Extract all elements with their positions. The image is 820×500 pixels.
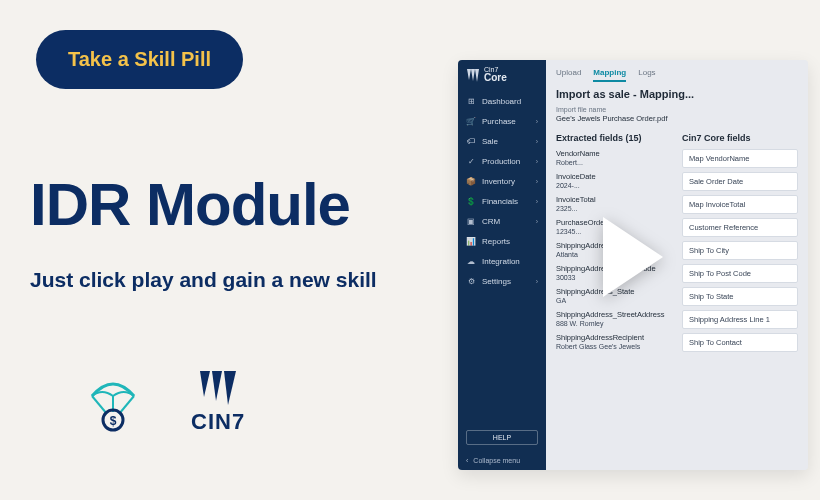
tab-bar: UploadMappingLogs: [556, 68, 798, 82]
core-field-select[interactable]: Ship To Post Code: [682, 264, 798, 283]
svg-marker-9: [471, 69, 475, 81]
extracted-value: Robert...: [556, 159, 672, 166]
extracted-field: ShippingAddressRecipientRobert Glass Gee…: [556, 333, 672, 350]
import-file-value: Gee's Jewels Purchase Order.pdf: [556, 114, 798, 123]
help-button[interactable]: HELP: [466, 430, 538, 445]
nav-label: Inventory: [482, 177, 515, 186]
nav-label: Reports: [482, 237, 510, 246]
nav-label: Sale: [482, 137, 498, 146]
svg-line-1: [119, 396, 134, 414]
chevron-right-icon: ›: [536, 158, 538, 165]
nav-item-purchase[interactable]: 🛒Purchase›: [458, 111, 546, 131]
extracted-field: VendorNameRobert...: [556, 149, 672, 166]
chevron-right-icon: ›: [536, 178, 538, 185]
core-field-select[interactable]: Customer Reference: [682, 218, 798, 237]
chevron-right-icon: ›: [536, 218, 538, 225]
collapse-label: Collapse menu: [473, 457, 520, 464]
extracted-value: 888 W. Romley: [556, 320, 672, 327]
nav-label: Integration: [482, 257, 520, 266]
extracted-field: InvoiceDate2024-...: [556, 172, 672, 189]
extracted-key: InvoiceTotal: [556, 195, 672, 204]
core-header: Cin7 Core fields: [682, 133, 798, 143]
inventory-icon: 📦: [466, 177, 476, 186]
parachute-money-icon: $: [80, 370, 146, 436]
tab-mapping[interactable]: Mapping: [593, 68, 626, 82]
extracted-header: Extracted fields (15): [556, 133, 672, 143]
main-panel: UploadMappingLogs Import as sale - Mappi…: [546, 60, 808, 470]
nav-item-dashboard[interactable]: ⊞Dashboard: [458, 91, 546, 111]
svg-text:$: $: [110, 414, 117, 428]
logo-row: $ CIN7: [80, 370, 245, 436]
nav-item-crm[interactable]: ▣CRM›: [458, 211, 546, 231]
crm-icon: ▣: [466, 217, 476, 226]
extracted-field: ShippingAddress_StreetAddress888 W. Roml…: [556, 310, 672, 327]
import-file-label: Import file name: [556, 106, 798, 113]
chevron-right-icon: ›: [536, 138, 538, 145]
skill-pill-badge: Take a Skill Pill: [36, 30, 243, 89]
sale-icon: 🏷: [466, 137, 476, 146]
extracted-field: InvoiceTotal2325...: [556, 195, 672, 212]
svg-marker-8: [467, 69, 471, 80]
extracted-value: GA: [556, 297, 672, 304]
headline: IDR Module: [30, 170, 350, 239]
brand: Cin7 Core: [458, 60, 546, 91]
core-field-select[interactable]: Map VendorName: [682, 149, 798, 168]
cin7-mark-icon: [191, 371, 245, 407]
brand-big: Core: [484, 73, 507, 83]
core-field-select[interactable]: Ship To State: [682, 287, 798, 306]
nav-item-integration[interactable]: ☁Integration: [458, 251, 546, 271]
nav-item-financials[interactable]: 💲Financials›: [458, 191, 546, 211]
purchase-icon: 🛒: [466, 117, 476, 126]
cin7-wordmark: CIN7: [191, 409, 245, 435]
cin7-logo: CIN7: [191, 371, 245, 435]
extracted-key: InvoiceDate: [556, 172, 672, 181]
svg-marker-10: [475, 69, 479, 82]
settings-icon: ⚙: [466, 277, 476, 286]
extracted-value: Robert Glass Gee's Jewels: [556, 343, 672, 350]
chevron-right-icon: ›: [536, 118, 538, 125]
core-field-select[interactable]: Ship To Contact: [682, 333, 798, 352]
core-column: Cin7 Core fields Map VendorNameSale Orde…: [682, 133, 798, 356]
subheadline: Just click play and gain a new skill: [30, 268, 377, 292]
nav-label: Purchase: [482, 117, 516, 126]
nav-list: ⊞Dashboard🛒Purchase›🏷Sale›✓Production›📦I…: [458, 91, 546, 424]
chevron-left-icon: ‹: [466, 457, 468, 464]
core-field-select[interactable]: Map InvoiceTotal: [682, 195, 798, 214]
tab-logs[interactable]: Logs: [638, 68, 655, 82]
nav-item-reports[interactable]: 📊Reports: [458, 231, 546, 251]
extracted-key: ShippingAddress_StreetAddress: [556, 310, 672, 319]
svg-marker-7: [224, 371, 236, 405]
collapse-menu[interactable]: ‹ Collapse menu: [458, 451, 546, 470]
brand-mark-icon: [466, 68, 480, 82]
nav-item-production[interactable]: ✓Production›: [458, 151, 546, 171]
chevron-right-icon: ›: [536, 198, 538, 205]
nav-item-sale[interactable]: 🏷Sale›: [458, 131, 546, 151]
sidebar: Cin7 Core ⊞Dashboard🛒Purchase›🏷Sale›✓Pro…: [458, 60, 546, 470]
nav-label: Financials: [482, 197, 518, 206]
app-preview: Cin7 Core ⊞Dashboard🛒Purchase›🏷Sale›✓Pro…: [458, 60, 808, 470]
page-title: Import as sale - Mapping...: [556, 88, 798, 100]
extracted-value: 2024-...: [556, 182, 672, 189]
nav-item-settings[interactable]: ⚙Settings›: [458, 271, 546, 291]
chevron-right-icon: ›: [536, 278, 538, 285]
extracted-key: ShippingAddressRecipient: [556, 333, 672, 342]
core-field-select[interactable]: Ship To City: [682, 241, 798, 260]
play-button[interactable]: [603, 217, 663, 297]
tab-upload[interactable]: Upload: [556, 68, 581, 82]
svg-marker-6: [212, 371, 222, 401]
dashboard-icon: ⊞: [466, 97, 476, 106]
core-field-select[interactable]: Sale Order Date: [682, 172, 798, 191]
svg-line-0: [92, 396, 107, 414]
reports-icon: 📊: [466, 237, 476, 246]
nav-label: Settings: [482, 277, 511, 286]
production-icon: ✓: [466, 157, 476, 166]
integration-icon: ☁: [466, 257, 476, 266]
import-file: Import file name Gee's Jewels Purchase O…: [556, 106, 798, 123]
core-field-select[interactable]: Shipping Address Line 1: [682, 310, 798, 329]
nav-label: Dashboard: [482, 97, 521, 106]
nav-item-inventory[interactable]: 📦Inventory›: [458, 171, 546, 191]
nav-label: CRM: [482, 217, 500, 226]
financials-icon: 💲: [466, 197, 476, 206]
svg-marker-5: [200, 371, 210, 397]
extracted-value: 2325...: [556, 205, 672, 212]
